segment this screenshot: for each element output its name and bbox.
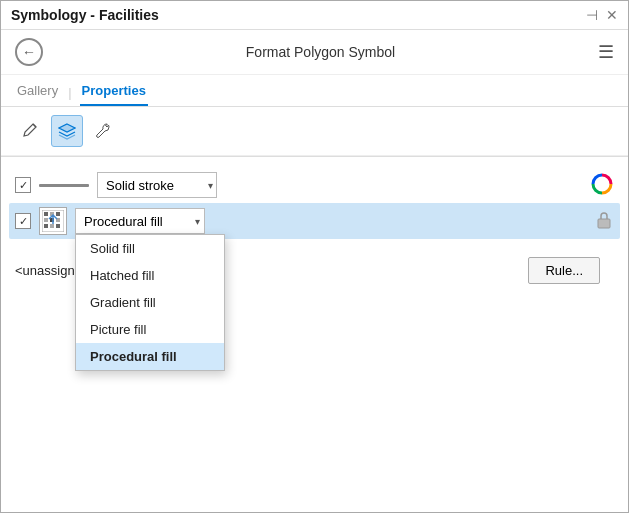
back-button[interactable]: ←	[15, 38, 43, 66]
svg-rect-9	[44, 224, 48, 228]
dropdown-option-hatched-fill[interactable]: Hatched fill	[76, 262, 224, 289]
wrench-tool-button[interactable]	[87, 115, 119, 147]
dropdown-option-procedural-fill[interactable]: Procedural fill	[76, 343, 224, 370]
fill-lock-icon	[594, 210, 614, 233]
svg-rect-12	[598, 219, 610, 228]
stroke-layer-row: Solid stroke ▾	[15, 167, 614, 203]
nav-divider: |	[68, 85, 71, 100]
dropdown-option-gradient-fill[interactable]: Gradient fill	[76, 289, 224, 316]
layers-tool-button[interactable]	[51, 115, 83, 147]
fill-dropdown-menu: Solid fill Hatched fill Gradient fill Pi…	[75, 234, 225, 371]
svg-rect-11	[56, 224, 60, 228]
stroke-color-icon	[590, 172, 614, 199]
svg-rect-6	[44, 218, 48, 222]
tab-gallery[interactable]: Gallery	[15, 79, 60, 106]
nav-tabs: Gallery | Properties	[1, 75, 628, 107]
pin-icon[interactable]: ⊣	[586, 7, 598, 23]
tab-properties[interactable]: Properties	[80, 79, 148, 106]
back-arrow-icon: ←	[22, 44, 36, 60]
pencil-tool-button[interactable]	[15, 115, 47, 147]
svg-marker-0	[59, 124, 75, 132]
toolbar	[1, 107, 628, 156]
svg-rect-3	[44, 212, 48, 216]
wrench-icon	[94, 122, 112, 140]
fill-layer-icon	[39, 207, 67, 235]
window-title: Symbology - Facilities	[11, 7, 159, 23]
layers-icon	[58, 122, 76, 140]
fill-dropdown-container: Procedural fill ▾ Solid fill Hatched fil…	[75, 208, 205, 234]
color-wheel-icon	[590, 172, 614, 196]
lock-icon	[594, 210, 614, 230]
close-icon[interactable]: ✕	[606, 7, 618, 23]
stroke-layer-checkbox[interactable]	[15, 177, 31, 193]
header-row: ← Format Polygon Symbol ☰	[1, 30, 628, 75]
svg-rect-10	[50, 224, 54, 228]
header-title: Format Polygon Symbol	[53, 44, 588, 60]
dropdown-option-solid-fill[interactable]: Solid fill	[76, 235, 224, 262]
stroke-line-preview	[39, 184, 89, 187]
hamburger-menu-icon[interactable]: ☰	[598, 41, 614, 63]
pencil-icon	[22, 122, 40, 140]
rule-button[interactable]: Rule...	[528, 257, 600, 284]
fill-dropdown-arrow-icon: ▾	[195, 216, 200, 227]
fill-layer-row[interactable]: Procedural fill ▾ Solid fill Hatched fil…	[9, 203, 620, 239]
stroke-dropdown-container: Solid stroke ▾	[97, 172, 217, 198]
main-window: Symbology - Facilities ⊣ ✕ ← Format Poly…	[0, 0, 629, 513]
dropdown-option-picture-fill[interactable]: Picture fill	[76, 316, 224, 343]
stroke-type-dropdown[interactable]: Solid stroke	[97, 172, 217, 198]
title-bar-controls: ⊣ ✕	[586, 7, 618, 23]
layers-area: Solid stroke ▾	[1, 161, 628, 512]
title-bar: Symbology - Facilities ⊣ ✕	[1, 1, 628, 30]
fill-type-dropdown[interactable]: Procedural fill ▾	[75, 208, 205, 234]
procedural-fill-preview-icon	[42, 210, 64, 232]
fill-dropdown-value: Procedural fill	[84, 214, 163, 229]
svg-rect-5	[56, 212, 60, 216]
fill-layer-checkbox[interactable]	[15, 213, 31, 229]
